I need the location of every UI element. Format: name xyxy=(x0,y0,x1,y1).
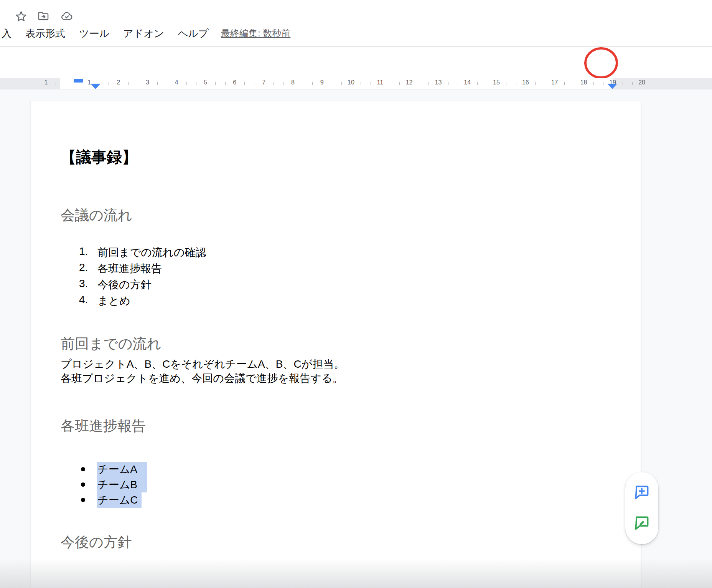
red-circle-annotation xyxy=(583,46,620,81)
ruler-number: 17 xyxy=(551,79,558,86)
star-icon[interactable] xyxy=(15,10,28,23)
document-page[interactable]: 【議事録】 会議の流れ 1.前回までの流れの確認2.各班進捗報告3.今後の方針4… xyxy=(31,101,641,588)
heading-progress-report: 各班進捗報告 xyxy=(61,416,146,436)
ruler-number: 2 xyxy=(117,79,120,86)
ruler-number: 14 xyxy=(464,79,471,86)
ruler-number: 8 xyxy=(291,79,295,86)
menu-item-tools[interactable]: ツール xyxy=(79,27,109,40)
ordered-list-item: 4.まとめ xyxy=(31,292,641,308)
ordered-list-item: 2.各班進捗報告 xyxy=(31,259,641,276)
bullet-dot-icon xyxy=(81,482,85,487)
bullet-list-item: チームC xyxy=(31,492,641,508)
body-paragraph: プロジェクトA、B、CをそれぞれチームA、B、Cが担当。各班プロジェクトを進め、… xyxy=(61,357,344,385)
ruler-number: 6 xyxy=(233,79,236,86)
last-edit-link[interactable]: 最終編集: 数秒前 xyxy=(221,25,290,42)
heading-future-policy: 今後の方針 xyxy=(61,533,132,552)
menu-item-addons[interactable]: アドオン xyxy=(123,27,164,40)
ruler-number: 20 xyxy=(638,79,645,86)
bullet-dot-icon xyxy=(81,498,85,502)
ruler-left-margin-zone xyxy=(0,78,60,89)
ruler-number: 5 xyxy=(204,79,208,86)
menu-item-format[interactable]: 表示形式 xyxy=(25,27,65,40)
ruler: 1 1234567891011121314151617181920 xyxy=(0,78,712,89)
ruler-number: 16 xyxy=(522,79,529,86)
bullet-list-item: チームB xyxy=(31,477,641,492)
bullet-dot-icon xyxy=(81,467,85,471)
ruler-number: 9 xyxy=(320,79,324,86)
heading-meeting-flow: 会議の流れ xyxy=(61,206,132,225)
first-line-indent-marker[interactable] xyxy=(74,79,83,83)
ruler-number: 7 xyxy=(262,79,265,86)
ruler-number: 4 xyxy=(175,79,178,86)
floating-action-pill xyxy=(625,472,658,544)
selected-text[interactable]: チームC xyxy=(97,492,142,508)
menu-bar: 入 表示形式 ツール アドオン ヘルプ xyxy=(2,25,208,42)
selected-text[interactable]: チームA xyxy=(97,462,147,477)
suggest-edits-button[interactable] xyxy=(633,514,650,531)
selected-text[interactable]: チームB xyxy=(97,477,147,492)
ruler-dim-number: 1 xyxy=(44,79,48,86)
cloud-saved-icon[interactable] xyxy=(60,10,73,23)
ordered-list: 1.前回までの流れの確認2.各班進捗報告3.今後の方針4.まとめ xyxy=(31,243,641,308)
ruler-right-margin-zone xyxy=(613,78,712,89)
doc-title: 【議事録】 xyxy=(61,147,137,168)
ruler-number: 12 xyxy=(406,79,413,86)
bullet-list-selected: チームAチームBチームC xyxy=(31,462,641,508)
menu-item-insert-partial[interactable]: 入 xyxy=(2,27,12,40)
ruler-number: 18 xyxy=(580,79,587,86)
right-indent-marker[interactable] xyxy=(607,84,617,89)
menu-item-help[interactable]: ヘルプ xyxy=(178,27,209,40)
ruler-number: 3 xyxy=(146,79,149,86)
add-comment-button[interactable] xyxy=(633,484,650,500)
google-docs-window: 入 表示形式 ツール アドオン ヘルプ 最終編集: 数秒前 標準テキス... A… xyxy=(0,0,712,588)
ruler-number: 11 xyxy=(377,79,383,86)
bullet-list-item: チームA xyxy=(31,462,641,477)
left-indent-marker[interactable] xyxy=(91,84,101,89)
move-folder-icon[interactable] xyxy=(37,10,50,23)
heading-previous-flow: 前回までの流れ xyxy=(61,334,161,353)
ruler-number: 13 xyxy=(435,79,442,86)
ordered-list-item: 3.今後の方針 xyxy=(31,276,641,292)
document-canvas: 【議事録】 会議の流れ 1.前回までの流れの確認2.各班進捗報告3.今後の方針4… xyxy=(0,89,712,588)
ordered-list-item: 1.前回までの流れの確認 xyxy=(31,243,641,259)
ruler-number: 15 xyxy=(493,79,500,86)
ruler-number: 10 xyxy=(348,79,354,86)
